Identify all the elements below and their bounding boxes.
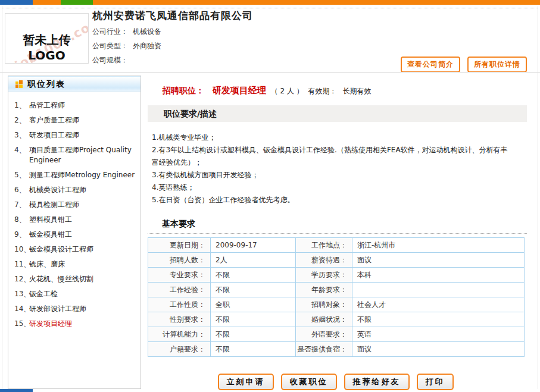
field-label: 外语要求： [296,327,352,342]
basic-table-body: 更新日期：2009-09-17工作地点：浙江-杭州市招聘人数：2人薪资待遇：面议… [148,238,525,357]
field-label: 年龄要求： [296,283,352,297]
sidebar-item-job[interactable]: 8、塑料模具钳工 [14,215,138,225]
requirements-list: 1.机械类专业毕业；2.有3年以上结构设计或塑料模具、钣金模具设计工作经验.（熟… [152,131,514,206]
company-field-label: 公司规模： [92,56,128,64]
field-value: 不限 [211,312,296,327]
sidebar-header: 职位列表 [8,76,141,92]
job-index: 3、 [14,130,29,140]
view-company-profile-button[interactable]: 查看公司简介 [401,57,460,73]
header-buttons: 查看公司简介所有职位详情 [394,57,527,73]
job-index: 13、 [14,289,29,299]
sidebar-item-job[interactable]: 1、品管工程师 [14,101,138,111]
field-value: 不限 [211,283,296,297]
job-label: 火花机、慢丝线切割 [29,274,93,284]
job-index: 8、 [14,215,29,225]
sidebar-item-job[interactable]: 6、机械类设计工程师 [14,185,138,195]
company-field-value: 机械设备 [133,27,161,36]
field-value [352,283,525,297]
page-left-border [2,6,2,389]
table-row: 工作经验：不限年龄要求： [148,283,525,297]
company-fields: 公司行业：机械设备公司类型：外商独资公司规模： [92,24,161,67]
sidebar-item-job[interactable]: 11、铣床、磨床 [14,259,138,269]
field-label: 招聘对象： [296,297,352,312]
job-index: 5、 [14,170,29,180]
field-value: 英语 [352,327,525,342]
field-label: 工作性质： [148,297,211,312]
sidebar-item-job[interactable]: 15、研发项目经理 [14,319,138,329]
company-field-label: 公司类型： [92,42,128,50]
page: job1001.com 暂未上传LOGO 杭州安费诺飞凤通信部品有限公司 公司行… [0,0,540,392]
field-value: 全职 [211,297,296,312]
job-index: 9、 [14,230,29,240]
job-index: 10、 [14,244,29,255]
top-color-bar [0,0,540,5]
sidebar-item-job[interactable]: 10、钣金模具设计工程师 [14,244,138,255]
page-right-border [538,6,538,389]
sidebar-item-job[interactable]: 9、钣金模具钳工 [14,230,138,240]
topbar-segment-green [61,0,93,5]
requirement-line: 4.英语熟练； [152,181,514,194]
action-buttons: 立刻申请收藏职位推荐给好友打印 [146,374,525,390]
sidebar-item-job[interactable]: 14、研发部设计工程师 [14,304,138,314]
job-label: 模具检测工程师 [29,200,79,210]
logo-placeholder-text: 暂未上传LOGO [5,32,88,62]
sidebar-item-job[interactable]: 12、火花机、慢丝线切割 [14,274,138,284]
field-value: 浙江-杭州市 [352,238,525,253]
print-button[interactable]: 打印 [417,374,454,390]
sidebar-item-job[interactable]: 5、测量工程师Metrology Engineer [14,170,138,180]
field-value: 不限 [211,268,296,283]
field-label: 是否提供食宿： [296,342,352,357]
field-value: 社会人才 [352,297,525,312]
sidebar-item-job[interactable]: 7、模具检测工程师 [14,200,138,210]
field-label: 婚姻状况： [296,312,352,327]
requirement-line: 2.有3年以上结构设计或塑料模具、钣金模具设计工作经验.（熟练使用相关FEA软件… [152,144,514,169]
sidebar-item-job[interactable]: 3、研发项目工程师 [14,130,138,140]
field-value: 不限 [211,327,296,342]
requirement-line: 1.机械类专业毕业； [152,131,514,144]
job-label: 项目质量工程师Project Quality Engineer [29,145,138,165]
field-value: 面议 [352,253,525,268]
field-label: 性别要求： [148,312,211,327]
sidebar-item-job[interactable]: 2、客户质量工程师 [14,115,138,126]
field-value: 面议 [352,342,525,357]
field-value: 2009-09-17 [211,238,296,253]
company-name: 杭州安费诺飞凤通信部品有限公司 [92,9,253,23]
field-label: 工作经验： [148,283,211,297]
table-row: 招聘人数：2人薪资待遇：面议 [148,253,525,268]
requirement-line: 5.在日资（台资）企业工作经验者优先考虑。 [152,194,514,206]
job-label: 品管工程师 [29,101,65,111]
field-label: 招聘人数： [148,253,211,268]
all-positions-button[interactable]: 所有职位详情 [467,57,527,73]
bottom-color-bar [0,389,540,392]
save-job-button[interactable]: 收藏职位 [281,374,337,390]
table-row: 计算机能力：不限外语要求：英语 [148,327,525,342]
basic-table: 更新日期：2009-09-17工作地点：浙江-杭州市招聘人数：2人薪资待遇：面议… [148,237,525,357]
main-content: 招聘职位： 研发项目经理 （ 2 人 ） 有效期： 长期有效 职位要求/描述 1… [146,76,533,390]
field-label: 专业要求： [148,268,211,283]
recommend-to-friend-button[interactable]: 推荐给好友 [344,374,410,390]
field-label: 计算机能力： [148,327,211,342]
job-index: 12、 [14,274,29,284]
grid-icon [15,80,23,88]
table-row: 性别要求：不限婚姻状况：不限 [148,312,525,327]
header-dotted-divider [2,8,538,8]
sidebar-item-job[interactable]: 13、钣金工检 [14,289,138,299]
company-field-value: 外商独资 [133,42,161,50]
field-value: 2人 [211,253,296,268]
sidebar-item-job[interactable]: 4、项目质量工程师Project Quality Engineer [14,145,138,165]
job-list-sidebar: 职位列表 1、品管工程师2、客户质量工程师3、研发项目工程师4、项目质量工程师P… [8,76,141,389]
job-headcount: （ 2 人 ） [271,87,304,95]
botbar-segment-blue [0,389,33,392]
validity-label: 有效期： [308,87,337,95]
job-position-title: 研发项目经理 [213,85,266,96]
company-field: 公司行业：机械设备 [92,24,161,39]
job-index: 4、 [14,145,29,165]
job-label: 机械类设计工程师 [29,185,86,195]
requirement-line: 3.有类似机械方面项目开发经验； [152,169,514,181]
topbar-segment-orange-long [93,0,540,5]
field-value: 本科 [352,268,525,283]
job-label: 钣金工检 [29,289,58,299]
apply-now-button[interactable]: 立刻申请 [218,374,274,390]
table-row: 工作性质：全职招聘对象：社会人才 [148,297,525,312]
topbar-segment-blue [0,0,33,5]
